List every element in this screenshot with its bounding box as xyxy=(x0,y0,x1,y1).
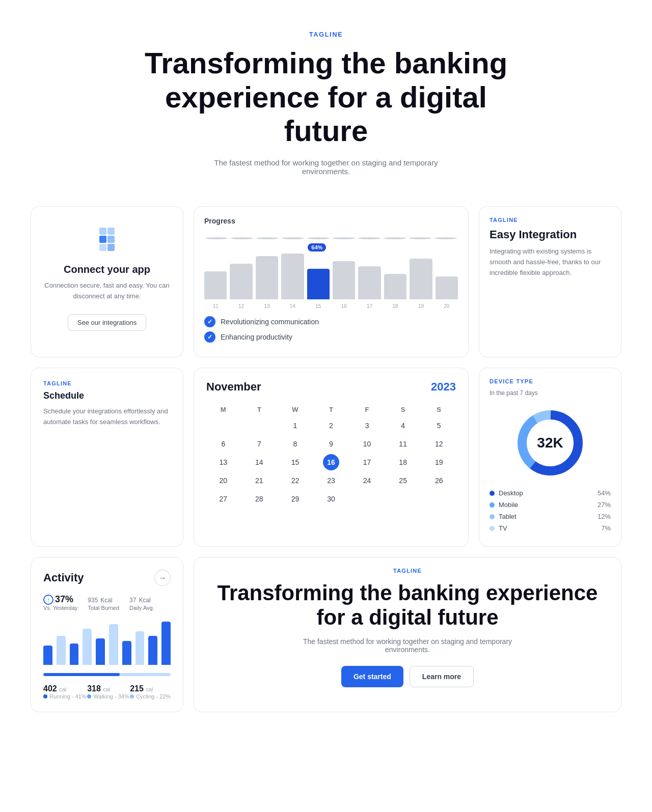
cal-header: F xyxy=(350,404,384,415)
activity-progress-fill xyxy=(43,673,120,676)
schedule-tagline: TAGLINE xyxy=(43,380,171,386)
foot-stat: 318 cal Walking - 34% xyxy=(87,684,129,699)
activity-bar xyxy=(109,624,118,665)
legend-left: Tablet xyxy=(490,513,517,520)
calendar-day[interactable]: 30 xyxy=(314,491,348,507)
calendar-day[interactable]: 7 xyxy=(242,436,277,452)
calendar-day[interactable]: 12 xyxy=(422,436,456,452)
get-started-button[interactable]: Get started xyxy=(341,666,403,687)
stat-percent: ↑ 37% Vs. Yesterday xyxy=(43,594,77,611)
activity-arrow[interactable]: → xyxy=(154,570,171,586)
calendar-day[interactable]: 22 xyxy=(278,472,312,489)
stat-vs: Vs. Yesterday xyxy=(43,605,77,611)
calendar-day[interactable]: 11 xyxy=(386,436,420,452)
bar-11 xyxy=(204,271,227,299)
legend-label: Mobile xyxy=(499,501,518,509)
legend-item: TV 7% xyxy=(490,524,611,532)
bar-15 xyxy=(307,269,330,299)
cal-header: T xyxy=(314,404,348,415)
cal-header: S xyxy=(386,404,420,415)
legend-left: Desktop xyxy=(490,489,523,497)
kcal-daily-label: Daily Avg. xyxy=(129,605,154,611)
connect-title: Connect your app xyxy=(64,264,150,275)
bar-14 xyxy=(281,254,304,299)
check-label: Enhancing productivity xyxy=(221,333,292,341)
calendar-day[interactable]: 23 xyxy=(314,472,348,489)
check-item: Revolutionizing communication xyxy=(204,316,458,327)
calendar-day[interactable]: 28 xyxy=(242,491,277,507)
check-item: Enhancing productivity xyxy=(204,331,458,343)
kcal-daily-unit: Kcal xyxy=(139,597,150,604)
calendar-day[interactable]: 17 xyxy=(350,454,384,470)
activity-stats: ↑ 37% Vs. Yesterday 935 Kcal Total Burne… xyxy=(43,594,171,611)
calendar-day[interactable]: 1 xyxy=(278,417,312,434)
activity-bar xyxy=(148,636,157,665)
calendar-day[interactable]: 21 xyxy=(242,472,277,489)
calendar-day[interactable]: 27 xyxy=(206,491,240,507)
connect-icon xyxy=(92,225,122,256)
legend-left: TV xyxy=(490,524,507,532)
calendar-day[interactable]: 8 xyxy=(278,436,312,452)
calendar-day[interactable]: 16 xyxy=(323,454,339,470)
calendar-day[interactable]: 24 xyxy=(350,472,384,489)
calendar-day[interactable]: 5 xyxy=(422,417,456,434)
svg-rect-4 xyxy=(99,244,106,251)
hero-title: Transforming the banking experience for … xyxy=(143,46,509,148)
legend-label: Desktop xyxy=(499,489,523,497)
calendar-day[interactable]: 14 xyxy=(242,454,277,470)
calendar-day[interactable]: 26 xyxy=(422,472,456,489)
progress-card: Progress 64% 11121314151617181920 Revolu… xyxy=(194,206,469,357)
dot-row xyxy=(204,237,458,239)
activity-bar xyxy=(57,636,66,665)
bar-label-11: 11 xyxy=(204,303,227,309)
calendar-day[interactable]: 25 xyxy=(386,472,420,489)
legend-pct: 54% xyxy=(597,489,611,497)
bar-label-15: 15 xyxy=(307,303,330,309)
svg-rect-3 xyxy=(107,236,115,243)
foot-label: Cycling - 22% xyxy=(130,693,171,699)
foot-dot xyxy=(43,694,47,698)
calendar-day[interactable]: 13 xyxy=(206,454,240,470)
bottom-cta-card: TAGLINE Transforming the banking experie… xyxy=(194,557,621,712)
calendar-day[interactable]: 29 xyxy=(278,491,312,507)
foot-unit: cal xyxy=(103,686,110,692)
hero-subtitle: The fastest method for working together … xyxy=(204,158,448,176)
calendar-year: 2023 xyxy=(431,380,456,394)
calendar-day[interactable]: 18 xyxy=(386,454,420,470)
bar-item-14 xyxy=(281,233,304,299)
bar-13 xyxy=(256,256,278,299)
check-icon xyxy=(204,316,215,327)
activity-header: Activity → xyxy=(43,570,171,586)
bar-label-20: 20 xyxy=(436,303,458,309)
donut-chart: 32K xyxy=(512,405,588,481)
calendar-day[interactable]: 3 xyxy=(350,417,384,434)
connect-button[interactable]: See our integrations xyxy=(68,314,146,331)
device-legend: Desktop 54% Mobile 27% Tablet 12% TV 7% xyxy=(490,489,611,532)
legend-pct: 27% xyxy=(597,501,611,509)
calendar-month: November xyxy=(206,380,261,394)
calendar-day[interactable]: 9 xyxy=(314,436,348,452)
activity-card: Activity → ↑ 37% Vs. Yesterday 935 Kcal … xyxy=(31,557,183,712)
up-icon: ↑ xyxy=(43,595,53,605)
calendar-day[interactable]: 15 xyxy=(278,454,312,470)
integration-tagline: TAGLINE xyxy=(490,217,611,223)
foot-num: 318 cal xyxy=(87,684,129,693)
calendar-day[interactable]: 20 xyxy=(206,472,240,489)
bar-chart: 64% xyxy=(204,233,458,299)
foot-dot xyxy=(87,694,91,698)
integration-title: Easy Integration xyxy=(490,228,611,241)
foot-stat: 402 cal Running - 41% xyxy=(43,684,87,699)
calendar-day[interactable]: 19 xyxy=(422,454,456,470)
integration-desc: Integrating with existing systems is smo… xyxy=(490,246,611,278)
bar-item-18 xyxy=(384,233,406,299)
calendar-day[interactable]: 2 xyxy=(314,417,348,434)
activity-bar xyxy=(161,622,171,665)
calendar-day[interactable]: 6 xyxy=(206,436,240,452)
device-subtitle: In the past 7 days xyxy=(490,389,611,397)
activity-bar xyxy=(70,643,79,665)
calendar-day[interactable]: 4 xyxy=(386,417,420,434)
learn-more-button[interactable]: Learn more xyxy=(410,666,474,687)
calendar-day[interactable]: 10 xyxy=(350,436,384,452)
integration-card: TAGLINE Easy Integration Integrating wit… xyxy=(479,206,621,357)
stat-kcal-daily: 37 Kcal Daily Avg. xyxy=(129,594,154,611)
